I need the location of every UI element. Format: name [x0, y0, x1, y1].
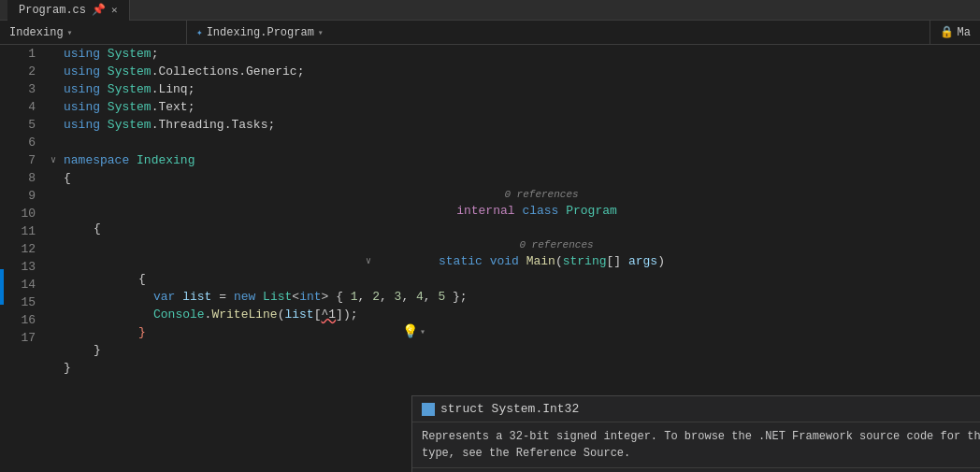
line-num-5: 5	[0, 116, 36, 134]
line-num-7: 7	[0, 151, 36, 169]
code-line-13: var list = new List<int> { 1, 2, 3, 4, 5…	[47, 288, 980, 306]
line-num-8: 8	[0, 169, 36, 187]
line-num-17: 17	[0, 329, 36, 347]
brace-close-class: }	[94, 341, 101, 359]
line-num-1: 1	[0, 45, 36, 63]
breadcrumb-right-icon: 🔒	[940, 25, 954, 39]
type-system-1: System	[108, 45, 151, 63]
code-line-11: 0 references ∨ static void Main(string[]…	[47, 237, 980, 270]
left-indicator	[0, 45, 4, 472]
ns-indexing: Indexing	[137, 151, 195, 169]
tab-pin: 📌	[92, 3, 106, 17]
kw-namespace: namespace	[64, 151, 129, 169]
type-system-4: System	[108, 98, 151, 116]
kw-class: class	[522, 202, 558, 220]
breadcrumb-center-label: Indexing.Program	[207, 26, 314, 39]
type-string: string	[563, 252, 607, 270]
code-line-5: using System.Threading.Tasks;	[47, 116, 980, 134]
line-num-16: 16	[0, 311, 36, 329]
code-line-14: Console.WriteLine(list[^1]);	[47, 306, 980, 323]
line-num-10: 10	[0, 205, 36, 222]
line-num-11: 11	[0, 222, 36, 240]
breadcrumb-center[interactable]: ✦ Indexing.Program ▾	[187, 21, 930, 44]
kw-internal: internal	[456, 202, 514, 220]
breadcrumb-right-label: Ma	[958, 26, 971, 39]
brace-open-class: {	[94, 220, 101, 237]
punct-1: ;	[151, 45, 159, 63]
type-system-5: System	[108, 116, 151, 134]
line-num-4: 4	[0, 98, 36, 116]
brace-open-main: {	[138, 270, 146, 288]
title-bar: Program.cs 📌 ✕	[0, 0, 980, 21]
type-console: Console	[153, 306, 205, 323]
ref-note-0-main: 0 references	[519, 236, 593, 254]
type-list: List	[263, 288, 292, 306]
code-line-15: } 💡 ▾	[47, 323, 980, 341]
kw-using-2: using	[64, 63, 100, 80]
code-line-6	[47, 134, 980, 151]
lightbulb-arrow: ▾	[420, 323, 425, 341]
index-expr: ^1	[321, 306, 336, 323]
code-line-2: using System.Collections.Generic;	[47, 63, 980, 80]
code-line-7: ∨ namespace Indexing	[47, 151, 980, 169]
brace-close-main: }	[138, 323, 146, 341]
breadcrumb-left-label: Indexing	[9, 26, 64, 39]
kw-var: var	[153, 288, 175, 306]
tooltip-title: struct System.Int32	[440, 402, 579, 416]
tab-label: Program.cs	[19, 4, 86, 17]
code-line-12: {	[47, 270, 980, 288]
code-line-17: }	[47, 359, 980, 377]
kw-using-1: using	[64, 45, 100, 63]
struct-icon	[422, 403, 435, 416]
code-line-16: }	[47, 341, 980, 359]
type-system-2: System	[108, 63, 151, 80]
type-system-3: System	[108, 80, 151, 98]
line-num-9: 9	[0, 187, 36, 205]
brace-close-ns: }	[64, 359, 71, 377]
var-list: list	[182, 288, 211, 306]
line-num-12: 12	[0, 240, 36, 258]
fold-11[interactable]: ∨	[366, 252, 377, 270]
method-main: Main	[526, 252, 555, 270]
breadcrumb-right[interactable]: 🔒 Ma	[930, 21, 980, 44]
lightbulb-button[interactable]: 💡 ▾	[402, 323, 425, 341]
line-num-13: 13	[0, 258, 36, 276]
code-line-10: {	[47, 220, 980, 237]
code-lines: using System; using System.Collections.G…	[47, 45, 980, 377]
kw-using-5: using	[64, 116, 100, 134]
tab-close-button[interactable]: ✕	[111, 4, 118, 16]
breadcrumb-bar: Indexing ▾ ✦ Indexing.Program ▾ 🔒 Ma	[0, 21, 980, 45]
line-num-3: 3	[0, 80, 36, 98]
brace-open-ns: {	[64, 169, 71, 187]
code-line-1: using System;	[47, 45, 980, 63]
line-num-15: 15	[0, 293, 36, 311]
code-area: 1 2 3 4 5 6 7 8 9 10 11 12 13 14 15 16 1…	[0, 45, 980, 472]
tooltip-error-1: CS0518: Predefined type 'System.Index' i…	[412, 468, 980, 472]
code-line-9: 0 references internal class Program	[47, 187, 980, 220]
ref-note-0: 0 references	[504, 186, 578, 204]
code-line-4: using System.Text;	[47, 98, 980, 116]
tooltip-header: struct System.Int32	[412, 396, 980, 422]
method-writeline: WriteLine	[211, 306, 277, 323]
param-args: args	[628, 252, 657, 270]
breadcrumb-left-arrow: ▾	[67, 27, 73, 38]
blue-indicator	[0, 269, 4, 305]
breadcrumb-center-arrow: ▾	[318, 27, 324, 38]
kw-using-4: using	[64, 98, 100, 116]
kw-void: void	[490, 252, 519, 270]
var-list-2: list	[284, 306, 313, 323]
line-num-2: 2	[0, 63, 36, 80]
file-tab[interactable]: Program.cs 📌 ✕	[7, 0, 130, 21]
code-content[interactable]: using System; using System.Collections.G…	[47, 45, 980, 472]
type-int: int	[299, 288, 321, 306]
kw-static: static	[439, 252, 483, 270]
fold-7[interactable]: ∨	[50, 151, 62, 169]
breadcrumb-left[interactable]: Indexing ▾	[0, 21, 187, 44]
kw-using-3: using	[64, 80, 100, 98]
code-line-3: using System.Linq;	[47, 80, 980, 98]
lightbulb-icon: 💡	[402, 323, 418, 341]
tooltip-popup: struct System.Int32 Represents a 32-bit …	[411, 395, 980, 472]
code-line-8: {	[47, 169, 980, 187]
namespace-icon: ✦	[196, 26, 203, 38]
kw-new: new	[234, 288, 255, 306]
